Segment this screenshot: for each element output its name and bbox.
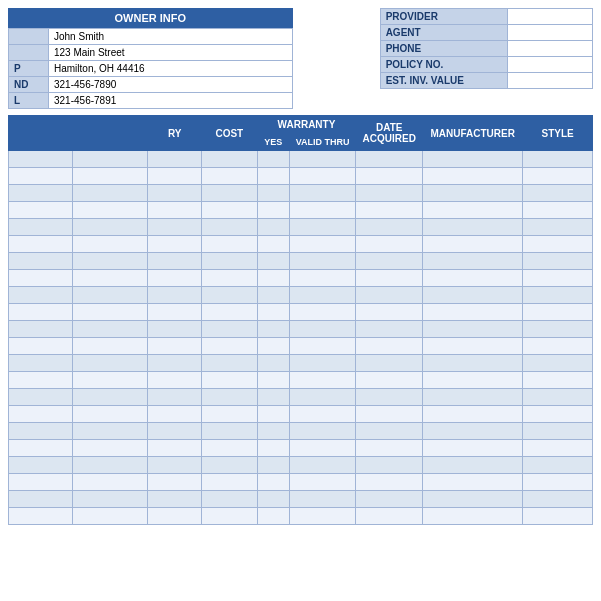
table-cell — [9, 202, 73, 219]
table-cell — [356, 440, 423, 457]
table-cell — [73, 372, 148, 389]
table-cell — [73, 355, 148, 372]
table-cell — [523, 236, 593, 253]
table-row — [9, 236, 593, 253]
owner-value-1: John Smith — [49, 29, 293, 45]
table-cell — [9, 185, 73, 202]
table-cell — [423, 355, 523, 372]
table-row — [9, 185, 593, 202]
ins-label-3: PHONE — [380, 41, 507, 57]
table-cell — [523, 440, 593, 457]
table-cell — [257, 185, 289, 202]
table-cell — [257, 389, 289, 406]
table-row — [9, 321, 593, 338]
table-cell — [257, 508, 289, 525]
col-header-cost: COST — [201, 116, 257, 151]
data-rows — [9, 151, 593, 525]
owner-label-5: L — [9, 93, 49, 109]
table-cell — [289, 474, 355, 491]
table-cell — [9, 168, 73, 185]
table-cell — [148, 321, 202, 338]
table-cell — [9, 219, 73, 236]
table-cell — [257, 474, 289, 491]
table-row — [9, 151, 593, 168]
table-row — [9, 338, 593, 355]
table-cell — [148, 423, 202, 440]
table-cell — [423, 474, 523, 491]
table-cell — [356, 168, 423, 185]
table-cell — [9, 355, 73, 372]
table-row — [9, 423, 593, 440]
table-cell — [9, 440, 73, 457]
table-cell — [201, 457, 257, 474]
table-cell — [73, 253, 148, 270]
table-cell — [523, 168, 593, 185]
owner-info-header: OWNER INFO — [8, 8, 293, 28]
table-cell — [257, 423, 289, 440]
table-cell — [523, 423, 593, 440]
ins-label-1: PROVIDER — [380, 9, 507, 25]
table-row — [9, 219, 593, 236]
table-row — [9, 202, 593, 219]
table-cell — [257, 338, 289, 355]
table-cell — [423, 406, 523, 423]
table-row — [9, 457, 593, 474]
table-cell — [148, 355, 202, 372]
table-cell — [201, 440, 257, 457]
table-cell — [257, 151, 289, 168]
top-section: OWNER INFO John Smith 123 Main Street P … — [8, 8, 593, 109]
table-cell — [201, 168, 257, 185]
table-cell — [148, 372, 202, 389]
table-cell — [356, 151, 423, 168]
table-cell — [257, 440, 289, 457]
owner-info-block: OWNER INFO John Smith 123 Main Street P … — [8, 8, 293, 109]
table-cell — [257, 355, 289, 372]
table-cell — [9, 287, 73, 304]
table-cell — [257, 304, 289, 321]
table-cell — [356, 304, 423, 321]
top-spacer — [301, 8, 372, 109]
ins-label-4: POLICY NO. — [380, 57, 507, 73]
table-cell — [201, 253, 257, 270]
table-row — [9, 474, 593, 491]
ins-value-2 — [507, 25, 592, 41]
owner-value-4: 321-456-7890 — [49, 77, 293, 93]
table-row — [9, 440, 593, 457]
table-cell — [289, 219, 355, 236]
col-header-warranty-yes: YES — [257, 134, 289, 151]
table-cell — [73, 270, 148, 287]
table-cell — [423, 457, 523, 474]
table-cell — [148, 508, 202, 525]
table-cell — [257, 287, 289, 304]
table-cell — [523, 270, 593, 287]
page: OWNER INFO John Smith 123 Main Street P … — [0, 0, 601, 601]
insurance-table: PROVIDER AGENT PHONE POLICY NO. — [380, 8, 593, 89]
table-cell — [73, 236, 148, 253]
table-cell — [289, 287, 355, 304]
table-cell — [523, 457, 593, 474]
owner-value-2: 123 Main Street — [49, 45, 293, 61]
table-cell — [148, 168, 202, 185]
owner-row-3: P Hamilton, OH 44416 — [9, 61, 293, 77]
table-row — [9, 355, 593, 372]
table-cell — [289, 185, 355, 202]
table-cell — [9, 474, 73, 491]
table-cell — [257, 253, 289, 270]
table-cell — [356, 270, 423, 287]
table-cell — [289, 338, 355, 355]
table-cell — [356, 355, 423, 372]
table-cell — [523, 304, 593, 321]
table-row — [9, 304, 593, 321]
table-cell — [423, 287, 523, 304]
table-cell — [73, 440, 148, 457]
owner-row-1: John Smith — [9, 29, 293, 45]
table-cell — [289, 508, 355, 525]
table-cell — [423, 151, 523, 168]
table-cell — [9, 423, 73, 440]
table-cell — [9, 457, 73, 474]
table-row — [9, 406, 593, 423]
table-cell — [73, 185, 148, 202]
col-header-warranty: WARRANTY — [257, 116, 356, 134]
table-cell — [257, 236, 289, 253]
table-cell — [289, 491, 355, 508]
